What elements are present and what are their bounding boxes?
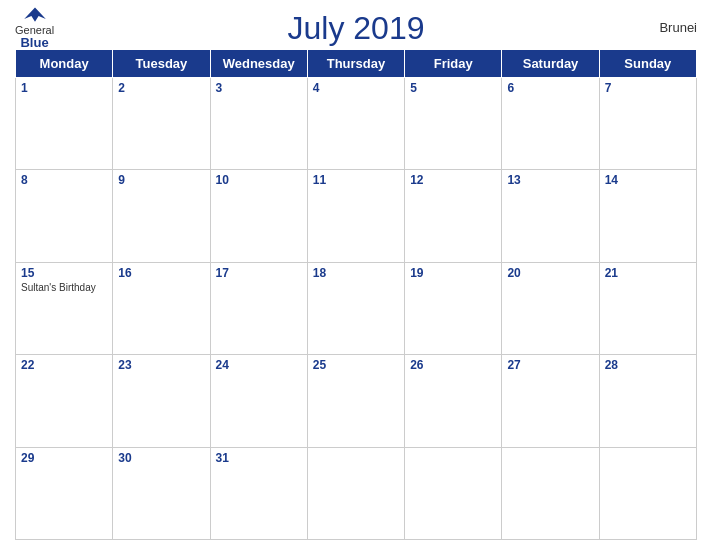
week-row-4: 22232425262728 [16,355,697,447]
day-number: 22 [21,358,107,372]
calendar-cell: 4 [307,78,404,170]
calendar-cell: 16 [113,262,210,354]
day-number: 31 [216,451,302,465]
header-tuesday: Tuesday [113,50,210,78]
header-wednesday: Wednesday [210,50,307,78]
day-number: 23 [118,358,204,372]
day-number: 1 [21,81,107,95]
day-number: 6 [507,81,593,95]
day-number: 17 [216,266,302,280]
day-number: 30 [118,451,204,465]
weekday-header-row: Monday Tuesday Wednesday Thursday Friday… [16,50,697,78]
day-number: 5 [410,81,496,95]
calendar-cell: 22 [16,355,113,447]
day-number: 4 [313,81,399,95]
calendar-title: July 2019 [288,10,425,47]
day-number: 12 [410,173,496,187]
calendar-cell: 14 [599,170,696,262]
calendar-cell: 26 [405,355,502,447]
calendar-cell: 25 [307,355,404,447]
day-number: 9 [118,173,204,187]
logo-bird-icon [20,6,50,24]
calendar-cell: 27 [502,355,599,447]
header-sunday: Sunday [599,50,696,78]
holiday-label: Sultan's Birthday [21,282,107,293]
day-number: 24 [216,358,302,372]
calendar-cell: 1 [16,78,113,170]
day-number: 8 [21,173,107,187]
calendar-cell: 23 [113,355,210,447]
day-number: 28 [605,358,691,372]
calendar-cell: 11 [307,170,404,262]
calendar-cell: 13 [502,170,599,262]
day-number: 15 [21,266,107,280]
day-number: 11 [313,173,399,187]
header-thursday: Thursday [307,50,404,78]
day-number: 13 [507,173,593,187]
day-number: 14 [605,173,691,187]
day-number: 10 [216,173,302,187]
calendar-cell: 31 [210,447,307,539]
week-row-1: 1234567 [16,78,697,170]
country-label: Brunei [659,20,697,35]
calendar-table: Monday Tuesday Wednesday Thursday Friday… [15,49,697,540]
day-number: 25 [313,358,399,372]
calendar-cell: 17 [210,262,307,354]
calendar-cell: 29 [16,447,113,539]
calendar-cell [502,447,599,539]
logo-blue-text: Blue [20,36,48,50]
calendar-header: General Blue July 2019 Brunei [15,10,697,47]
day-number: 18 [313,266,399,280]
calendar-cell: 2 [113,78,210,170]
calendar-cell: 24 [210,355,307,447]
header-monday: Monday [16,50,113,78]
calendar-cell: 8 [16,170,113,262]
week-row-2: 891011121314 [16,170,697,262]
header-saturday: Saturday [502,50,599,78]
calendar-cell: 15Sultan's Birthday [16,262,113,354]
calendar-cell: 30 [113,447,210,539]
day-number: 19 [410,266,496,280]
calendar-cell: 18 [307,262,404,354]
day-number: 2 [118,81,204,95]
week-row-5: 293031 [16,447,697,539]
calendar-cell: 28 [599,355,696,447]
calendar-cell: 19 [405,262,502,354]
calendar-cell: 6 [502,78,599,170]
calendar-cell [307,447,404,539]
day-number: 7 [605,81,691,95]
calendar-cell: 10 [210,170,307,262]
day-number: 29 [21,451,107,465]
calendar-cell [405,447,502,539]
day-number: 26 [410,358,496,372]
day-number: 20 [507,266,593,280]
calendar-cell [599,447,696,539]
calendar-cell: 12 [405,170,502,262]
week-row-3: 15Sultan's Birthday161718192021 [16,262,697,354]
calendar-cell: 21 [599,262,696,354]
day-number: 3 [216,81,302,95]
day-number: 16 [118,266,204,280]
calendar-cell: 3 [210,78,307,170]
logo: General Blue [15,6,54,50]
calendar-cell: 7 [599,78,696,170]
calendar-cell: 5 [405,78,502,170]
svg-marker-0 [24,8,46,22]
header-friday: Friday [405,50,502,78]
calendar-cell: 20 [502,262,599,354]
day-number: 21 [605,266,691,280]
calendar-cell: 9 [113,170,210,262]
day-number: 27 [507,358,593,372]
